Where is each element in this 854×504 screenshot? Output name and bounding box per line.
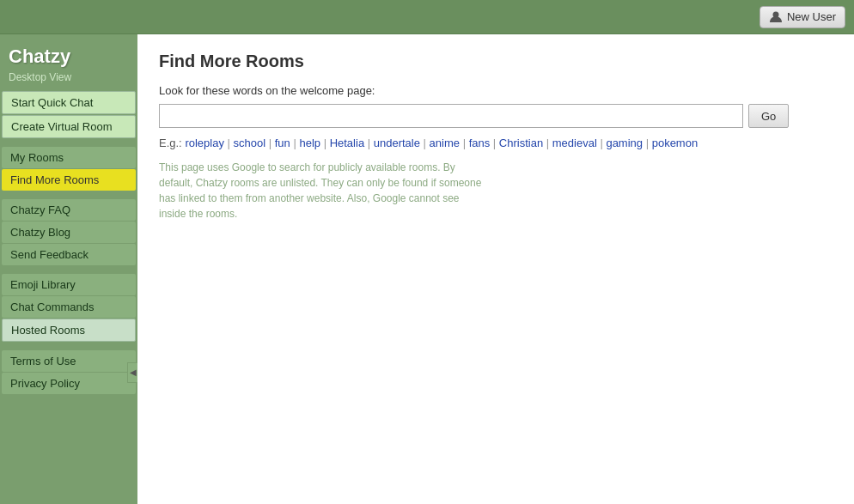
example-help[interactable]: help [299, 137, 320, 149]
sidebar-item-privacy-policy[interactable]: Privacy Policy [2, 373, 136, 394]
example-school[interactable]: school [234, 137, 266, 149]
search-label: Look for these words on the welcome page… [159, 84, 833, 97]
sidebar-item-chat-commands[interactable]: Chat Commands [2, 296, 136, 318]
layout: Chatzy Desktop View Start Quick Chat Cre… [0, 34, 854, 504]
sidebar-item-my-rooms[interactable]: My Rooms [2, 147, 136, 168]
sidebar-item-hosted-rooms[interactable]: Hosted Rooms [2, 319, 136, 342]
examples-row: E.g.: roleplay | school | fun | help | H… [159, 137, 833, 149]
page-title: Find More Rooms [159, 52, 833, 71]
sidebar-item-emoji-library[interactable]: Emoji Library [2, 274, 136, 295]
new-user-label: New User [787, 10, 836, 23]
example-medieval[interactable]: medieval [552, 137, 597, 149]
example-christian[interactable]: Christian [499, 137, 543, 149]
desktop-view-label: Desktop View [0, 71, 137, 90]
example-roleplay[interactable]: roleplay [185, 137, 224, 149]
example-undertale[interactable]: undertale [374, 137, 420, 149]
example-fans[interactable]: fans [469, 137, 491, 149]
example-anime[interactable]: anime [430, 137, 460, 149]
go-button[interactable]: Go [748, 104, 789, 128]
search-row: Go [159, 104, 833, 128]
sidebar: Chatzy Desktop View Start Quick Chat Cre… [0, 34, 137, 504]
main-content: Find More Rooms Look for these words on … [137, 34, 854, 504]
new-user-button[interactable]: New User [759, 6, 845, 28]
top-bar: New User [0, 0, 854, 34]
example-gaming[interactable]: gaming [606, 137, 643, 149]
sidebar-item-start-quick-chat[interactable]: Start Quick Chat [2, 91, 136, 114]
search-input[interactable] [159, 104, 743, 128]
logo[interactable]: Chatzy [0, 39, 137, 71]
example-hetalia[interactable]: Hetalia [330, 137, 364, 149]
sidebar-item-send-feedback[interactable]: Send Feedback [2, 244, 136, 265]
example-fun[interactable]: fun [275, 137, 290, 149]
sidebar-item-chatzy-faq[interactable]: Chatzy FAQ [2, 199, 136, 221]
user-icon [769, 10, 783, 24]
sidebar-item-chatzy-blog[interactable]: Chatzy Blog [2, 222, 136, 243]
sidebar-collapse-arrow[interactable]: ◀ [127, 362, 137, 383]
examples-label: E.g.: [159, 137, 182, 149]
sidebar-item-find-more-rooms[interactable]: Find More Rooms [2, 169, 136, 191]
sidebar-item-terms-of-use[interactable]: Terms of Use [2, 350, 136, 372]
sidebar-item-create-virtual-room[interactable]: Create Virtual Room [2, 115, 136, 138]
example-pokemon[interactable]: pokemon [652, 137, 698, 149]
info-text: This page uses Google to search for publ… [159, 160, 485, 222]
